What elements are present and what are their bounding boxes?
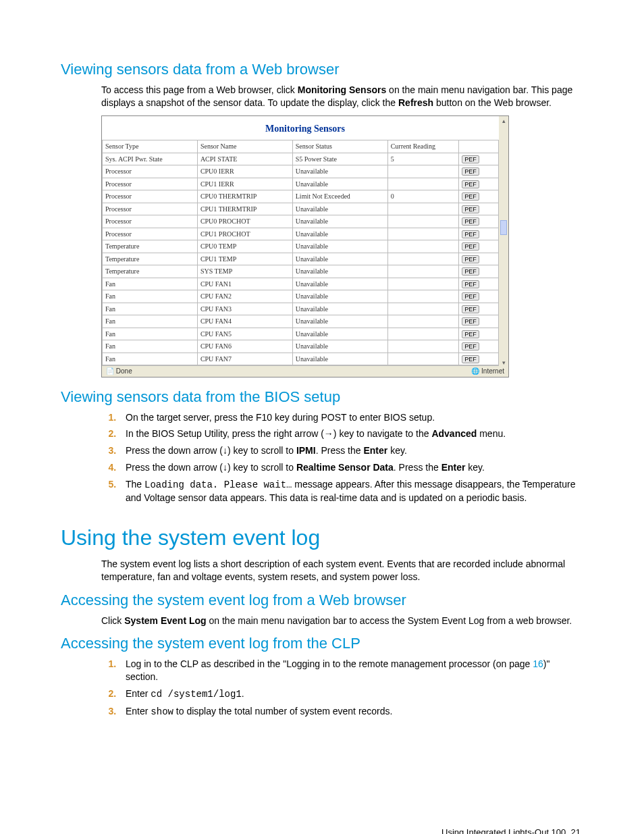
cell-status: Unavailable: [292, 215, 387, 228]
cell-pef: PEF: [459, 165, 499, 178]
pef-button[interactable]: PEF: [462, 230, 479, 238]
table-row: FanCPU FAN3UnavailablePEF: [103, 303, 499, 315]
cell-pef: PEF: [459, 290, 499, 303]
table-row: ProcessorCPU0 PROCHOTUnavailablePEF: [103, 215, 499, 228]
table-row: FanCPU FAN2UnavailablePEF: [103, 290, 499, 303]
table-row: FanCPU FAN6UnavailablePEF: [103, 340, 499, 353]
cell-pef: PEF: [459, 153, 499, 165]
bold-refresh: Refresh: [398, 97, 433, 108]
pef-button[interactable]: PEF: [462, 292, 479, 301]
scrollbar[interactable]: ▴ ▾: [499, 116, 508, 367]
cell-reading: [387, 165, 459, 178]
figure-title: Monitoring Sensors: [102, 116, 508, 140]
cell-name: CPU FAN6: [197, 340, 292, 353]
table-row: Sys. ACPI Pwr. StateACPI STATES5 Power S…: [103, 153, 499, 165]
footer-page-number: 21: [571, 827, 581, 834]
table-row: ProcessorCPU0 IERRUnavailablePEF: [103, 165, 499, 178]
cell-status: Unavailable: [292, 315, 387, 328]
cell-type: Fan: [103, 340, 198, 353]
cell-name: CPU1 IERR: [197, 178, 292, 190]
table-row: ProcessorCPU1 PROCHOTUnavailablePEF: [103, 228, 499, 240]
cell-type: Fan: [103, 315, 198, 328]
cell-reading: [387, 353, 459, 365]
clp-steps: Log in to the CLP as described in the "L…: [101, 658, 583, 719]
cell-reading: [387, 265, 459, 278]
cell-status: Unavailable: [292, 328, 387, 340]
cell-type: Processor: [103, 190, 198, 203]
pef-button[interactable]: PEF: [462, 242, 479, 251]
cell-type: Temperature: [103, 240, 198, 253]
pef-button[interactable]: PEF: [462, 255, 479, 263]
pef-button[interactable]: PEF: [462, 280, 479, 288]
pef-button[interactable]: PEF: [462, 330, 479, 338]
heading-viewing-bios: Viewing sensors data from the BIOS setup: [61, 387, 583, 407]
pef-button[interactable]: PEF: [462, 217, 479, 226]
cell-status: Unavailable: [292, 178, 387, 190]
scroll-thumb[interactable]: [500, 220, 507, 235]
pef-button[interactable]: PEF: [462, 342, 479, 350]
cell-pef: PEF: [459, 253, 499, 265]
cell-status: Unavailable: [292, 165, 387, 178]
cell-type: Fan: [103, 303, 198, 315]
pef-button[interactable]: PEF: [462, 167, 479, 176]
pef-button[interactable]: PEF: [462, 180, 479, 188]
step-5: The Loading data. Please wait… message a…: [119, 478, 583, 504]
cell-reading: [387, 203, 459, 215]
cell-type: Fan: [103, 353, 198, 365]
cell-name: ACPI STATE: [197, 153, 292, 165]
cell-name: CPU1 THERMTRIP: [197, 203, 292, 215]
cell-type: Processor: [103, 228, 198, 240]
status-internet: 🌐 Internet: [471, 367, 504, 376]
pef-button[interactable]: PEF: [462, 267, 479, 276]
pef-button[interactable]: PEF: [462, 317, 479, 325]
bold-monitoring-sensors: Monitoring Sensors: [298, 84, 386, 95]
cell-pef: PEF: [459, 303, 499, 315]
cell-name: CPU FAN4: [197, 315, 292, 328]
cell-name: CPU FAN7: [197, 353, 292, 365]
page-link-16[interactable]: 16: [533, 658, 543, 669]
cell-status: Limit Not Exceeded: [292, 190, 387, 203]
scroll-down-icon[interactable]: ▾: [502, 358, 506, 367]
bios-steps: On the target server, press the F10 key …: [101, 411, 583, 504]
cell-pef: PEF: [459, 190, 499, 203]
para-viewing-web: To access this page from a Web browser, …: [101, 84, 583, 109]
cell-type: Temperature: [103, 253, 198, 265]
table-row: FanCPU FAN4UnavailablePEF: [103, 315, 499, 328]
pef-button[interactable]: PEF: [462, 192, 479, 201]
cell-reading: [387, 328, 459, 340]
cell-name: CPU0 IERR: [197, 165, 292, 178]
col-sensor-status: Sensor Status: [292, 140, 387, 153]
table-row: ProcessorCPU1 THERMTRIPUnavailablePEF: [103, 203, 499, 215]
table-row: ProcessorCPU0 THERMTRIPLimit Not Exceede…: [103, 190, 499, 203]
cell-pef: PEF: [459, 328, 499, 340]
pef-button[interactable]: PEF: [462, 355, 479, 363]
step-1: On the target server, press the F10 key …: [119, 411, 583, 424]
pef-button[interactable]: PEF: [462, 305, 479, 313]
cell-name: CPU FAN1: [197, 278, 292, 290]
cell-type: Temperature: [103, 265, 198, 278]
cell-status: Unavailable: [292, 203, 387, 215]
pef-button[interactable]: PEF: [462, 205, 479, 213]
cell-pef: PEF: [459, 240, 499, 253]
sensors-table: Sensor Type Sensor Name Sensor Status Cu…: [102, 140, 499, 365]
scroll-track[interactable]: [499, 126, 508, 357]
cell-reading: 0: [387, 190, 459, 203]
cell-name: CPU0 THERMTRIP: [197, 190, 292, 203]
table-row: TemperatureCPU1 TEMPUnavailablePEF: [103, 253, 499, 265]
pef-button[interactable]: PEF: [462, 155, 479, 163]
scroll-up-icon[interactable]: ▴: [502, 116, 506, 126]
step-4: Press the down arrow (↓) key to scroll t…: [119, 461, 583, 474]
cell-name: CPU FAN3: [197, 303, 292, 315]
text: To access this page from a Web browser, …: [101, 84, 298, 95]
table-row: FanCPU FAN7UnavailablePEF: [103, 353, 499, 365]
clp-step-1: Log in to the CLP as described in the "L…: [119, 658, 583, 683]
cell-status: Unavailable: [292, 228, 387, 240]
table-row: TemperatureSYS TEMPUnavailablePEF: [103, 265, 499, 278]
cell-status: S5 Power State: [292, 153, 387, 165]
cell-reading: [387, 240, 459, 253]
cell-name: CPU1 TEMP: [197, 253, 292, 265]
step-3: Press the down arrow (↓) key to scroll t…: [119, 444, 583, 457]
browser-status-bar: 📄 Done 🌐 Internet: [102, 365, 508, 377]
cell-pef: PEF: [459, 228, 499, 240]
cell-pef: PEF: [459, 315, 499, 328]
